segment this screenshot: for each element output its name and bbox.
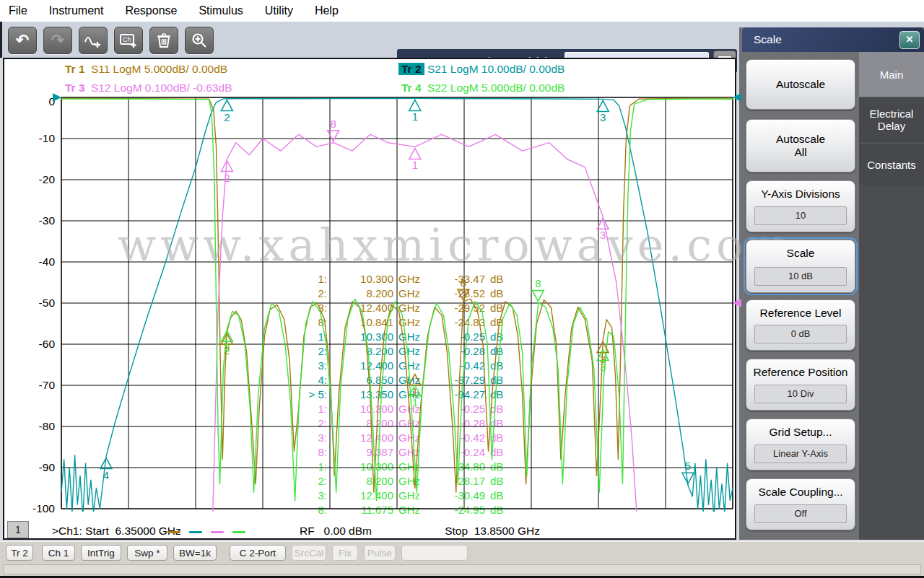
marker-cell: 12.400 (327, 359, 393, 373)
softkey-scale[interactable]: Scale10 dB (746, 240, 855, 293)
marker-cell: 8: (287, 503, 327, 517)
status-button-swp-[interactable]: Swp * (127, 545, 167, 561)
legend-dash (167, 531, 180, 533)
marker-row: 2:8.200GHz-28.17dB (287, 474, 503, 489)
marker-cell: dB (485, 431, 503, 445)
status-button-tr-2[interactable]: Tr 2 (6, 545, 33, 561)
close-icon[interactable]: ✕ (899, 31, 920, 49)
panel-tab-column: MainElectrical DelayConstants (859, 52, 924, 540)
marker-cell: 10.300 (327, 272, 393, 286)
softkey-autoscale[interactable]: Autoscale (746, 59, 855, 110)
stop-frequency-readout: Stop 13.8500 GHz (445, 525, 540, 538)
marker-row: > 5:13.350GHz-94.27dB (287, 387, 503, 402)
marker-cell: -0.25 (430, 402, 485, 416)
softkey-value: Off (754, 504, 847, 523)
marker-cell: -0.42 (430, 359, 485, 373)
status-button-ch-1[interactable]: Ch 1 (42, 545, 75, 561)
trace-label-4[interactable]: Tr 4 S22 LogM 5.000dB/ 0.00dB (398, 82, 565, 95)
trace-label-3[interactable]: Tr 3 S12 LogM 0.100dB/ -0.63dB (62, 82, 232, 95)
marker-cell: -29.52 (430, 301, 485, 315)
marker-cell: dB (485, 474, 503, 489)
marker-cell: -0.25 (430, 330, 485, 344)
tab-constants[interactable]: Constants (859, 143, 924, 185)
softkey-value: 10 dB (754, 267, 847, 286)
marker-readout-table: 1:10.300GHz-33.47dB2:8.200GHz-28.52dB3:1… (287, 272, 503, 517)
trace-label-2[interactable]: Tr 2 S21 LogM 10.00dB/ 0.00dB (398, 63, 565, 76)
softkey-label: Grid Setup... (746, 426, 855, 439)
softkey-value: Linear Y-Axis (754, 445, 847, 463)
marker-cell: 3: (287, 431, 327, 445)
marker-cell: 11.675 (327, 503, 393, 517)
status-button-bw-1k[interactable]: BW=1k (173, 545, 217, 561)
menu-item-utility[interactable]: Utility (265, 4, 293, 17)
softkey-reference-position[interactable]: Reference Position10 Div (746, 359, 855, 411)
delete-trace-icon[interactable] (149, 27, 178, 54)
softkey-label: Reference Level (746, 307, 855, 320)
status-message-strip (3, 564, 921, 574)
marker-cell: GHz (393, 344, 430, 359)
zoom-icon[interactable] (185, 27, 214, 54)
softkey-grid-setup[interactable]: Grid Setup...Linear Y-Axis (746, 419, 855, 470)
marker-cell: dB (485, 373, 503, 387)
marker-cell: 10.841 (327, 315, 393, 330)
marker-cell: 9.387 (327, 445, 393, 460)
add-trace-icon[interactable] (79, 27, 108, 54)
menu-item-file[interactable]: File (9, 4, 27, 17)
marker-cell: 1: (287, 402, 327, 416)
marker-row: 3:12.400GHz-30.49dB (287, 489, 503, 503)
marker-row: 3:12.400GHz-0.42dB (287, 431, 503, 445)
legend-dash (189, 531, 202, 533)
rf-value: 0.00 dBm (324, 525, 372, 537)
marker-cell: dB (485, 387, 503, 402)
menu-item-response[interactable]: Response (125, 4, 177, 17)
marker-cell: 12.400 (327, 301, 393, 315)
softkey-scale-coupling[interactable]: Scale Coupling...Off (746, 478, 855, 530)
status-button-pulse: Pulse (364, 545, 396, 561)
marker-cell: dB (485, 315, 503, 330)
marker-cell: GHz (393, 359, 430, 373)
menu-item-stimulus[interactable]: Stimulus (199, 4, 243, 17)
trace-label-1[interactable]: Tr 1 S11 LogM 5.000dB/ 0.00dB (62, 63, 227, 76)
marker-cell: dB (485, 330, 503, 344)
marker-cell: dB (485, 359, 503, 373)
tab-electrical-delay[interactable]: Electrical Delay (859, 97, 924, 142)
marker-cell: 8.200 (327, 286, 393, 301)
status-button-inttrig[interactable]: IntTrig (81, 545, 121, 561)
marker-cell: GHz (393, 387, 430, 402)
marker-row: 3:12.400GHz-29.52dB (287, 301, 503, 315)
rf-label: RF (300, 525, 315, 537)
marker-cell: > 5: (287, 387, 327, 402)
marker-cell: GHz (393, 503, 430, 517)
marker-cell: -24.83 (430, 315, 485, 330)
marker-cell: -34.80 (430, 460, 485, 474)
softkey-value: 10 Div (754, 385, 847, 403)
legend-dash (211, 531, 224, 533)
softkey-autoscale-all[interactable]: Autoscale All (746, 119, 855, 172)
marker-cell: dB (485, 489, 503, 503)
marker-cell: GHz (393, 416, 430, 431)
marker-cell: GHz (393, 460, 430, 474)
marker-cell: dB (485, 460, 503, 474)
marker-cell: GHz (393, 286, 430, 301)
softkey-reference-level[interactable]: Reference Level0 dB (746, 299, 855, 351)
marker-cell: 3: (287, 489, 327, 503)
marker-row: 2:8.200GHz-28.52dB (287, 286, 503, 301)
trace-id-chip: Tr 1 (62, 63, 88, 75)
softkey-y-axis-divisions[interactable]: Y-Axis Divisions10 (746, 180, 855, 232)
trace-format-text: S11 LogM 5.000dB/ 0.00dB (88, 63, 228, 75)
undo-icon[interactable]: ↶ (8, 27, 37, 54)
new-channel-icon[interactable]: Ch (114, 27, 143, 54)
menu-item-instrument[interactable]: Instrument (49, 4, 104, 17)
marker-cell: -0.28 (430, 344, 485, 359)
tab-main[interactable]: Main (859, 52, 924, 97)
start-frequency-readout: >Ch1: Start 6.35000 GHz (52, 525, 181, 538)
menu-item-help[interactable]: Help (315, 4, 339, 17)
marker-cell: dB (485, 272, 503, 286)
marker-cell: 8: (287, 445, 327, 460)
legend-dash (232, 531, 245, 533)
marker-row: 8:11.675GHz-24.95dB (287, 503, 503, 517)
marker-cell: 13.350 (327, 387, 393, 402)
status-button-c-2-port[interactable]: C 2-Port (230, 545, 286, 561)
vna-application-window: FileInstrumentResponseStimulusUtilityHel… (0, 0, 924, 578)
status-bar: Tr 2Ch 1IntTrigSwp *BW=1kC 2-PortSrcCalF… (0, 541, 924, 578)
